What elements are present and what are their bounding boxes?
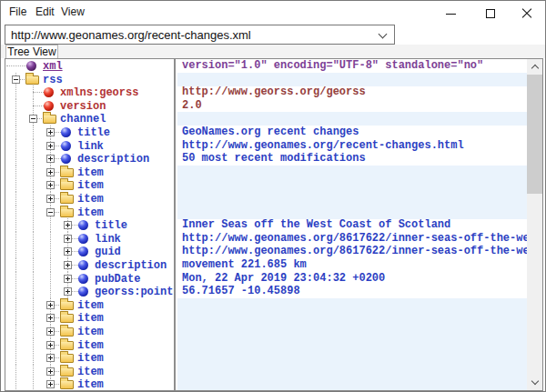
chevron-down-icon [531, 377, 538, 385]
expand-plus-box[interactable] [64, 221, 72, 229]
tree-guide-line [15, 298, 16, 312]
tree-node-item[interactable]: item [5, 325, 174, 338]
close-button[interactable] [512, 3, 541, 25]
tree-node-label: item [77, 299, 104, 312]
tree-guide-line [15, 139, 16, 153]
tree-node-label: guid [95, 246, 121, 258]
tree-guide-line [15, 192, 16, 206]
panel-splitter[interactable] [174, 59, 176, 390]
tree-guide-line [15, 285, 16, 298]
value-row: http://www.geonames.org/8617622/inner-se… [177, 232, 529, 246]
tree-guide-line [33, 365, 34, 378]
tree-node-item[interactable]: item [5, 166, 174, 179]
value-row-empty [177, 311, 529, 325]
tree-guide-line [15, 166, 16, 179]
expand-plus-box[interactable] [64, 247, 72, 256]
menu-view[interactable]: View [56, 1, 90, 23]
collapse-minus-box[interactable] [29, 115, 37, 123]
expand-plus-box[interactable] [46, 142, 55, 150]
vertical-scrollbar[interactable] [527, 59, 542, 390]
tab-strip: Tree View [1, 45, 545, 58]
folder-icon [43, 115, 56, 124]
tree-node-item[interactable]: item [5, 178, 174, 192]
expand-plus-box[interactable] [64, 287, 72, 296]
tree-node-label: title [77, 126, 110, 139]
tab-tree-view[interactable]: Tree View [5, 45, 58, 58]
tree-guide-line [33, 351, 34, 365]
tree-node-label: item [77, 326, 104, 338]
expand-plus-box[interactable] [46, 314, 55, 322]
tree-node-link[interactable]: link [5, 139, 174, 153]
tree-guide-line [33, 206, 34, 219]
expand-plus-box[interactable] [46, 168, 55, 176]
tree-guide-line [33, 377, 34, 390]
expand-plus-box[interactable] [46, 128, 55, 136]
tree-node-rss[interactable]: rss [5, 73, 174, 86]
expand-plus-box[interactable] [46, 155, 55, 163]
tree-node-xmlns:georss[interactable]: xmlns:georss [5, 85, 174, 99]
maximize-icon [486, 9, 495, 18]
expand-plus-box[interactable] [64, 275, 72, 283]
tree-node-label: item [77, 378, 104, 390]
tree-node-item[interactable]: item [5, 377, 174, 390]
tree-node-xml[interactable]: xml [5, 59, 174, 73]
expand-plus-box[interactable] [46, 195, 55, 203]
value-row: version="1.0" encoding="UTF-8" standalon… [177, 59, 529, 73]
value-row: GeoNames.org recent changes [177, 126, 529, 139]
tree-node-description[interactable]: description [5, 258, 174, 272]
tree-node-item[interactable]: item [5, 351, 174, 365]
tree-node-georss:point[interactable]: georss:point [5, 285, 174, 298]
tree-guide-line [33, 285, 34, 298]
minimize-button[interactable] [436, 3, 465, 25]
menu-file[interactable]: File [4, 1, 32, 23]
tree-guide-line [15, 112, 16, 126]
expand-plus-box[interactable] [64, 235, 72, 243]
tree-node-channel[interactable]: channel [5, 112, 174, 126]
collapse-minus-box[interactable] [46, 208, 55, 216]
maximize-button[interactable] [476, 3, 505, 25]
tree-node-label: link [77, 140, 104, 153]
scroll-down-button[interactable] [527, 375, 542, 390]
chevron-down-icon[interactable] [379, 30, 388, 39]
expand-plus-box[interactable] [46, 380, 55, 388]
expand-plus-box[interactable] [46, 301, 55, 309]
expand-plus-box[interactable] [64, 261, 72, 269]
expand-plus-box[interactable] [46, 181, 55, 189]
tree-node-link[interactable]: link [5, 232, 174, 246]
tree-node-description[interactable]: description [5, 152, 174, 166]
collapse-minus-box[interactable] [12, 75, 20, 84]
url-input[interactable] [5, 25, 373, 44]
tree-node-item[interactable]: item [5, 298, 174, 312]
attribute-icon [44, 87, 54, 97]
tree-guide-line [33, 311, 34, 325]
element-icon [61, 127, 71, 137]
tree-node-title[interactable]: title [5, 218, 174, 232]
tree-node-pubDate[interactable]: pubDate [5, 272, 174, 286]
expand-plus-box[interactable] [46, 354, 55, 362]
scrollbar-thumb[interactable] [527, 75, 542, 194]
tree-node-guid[interactable]: guid [5, 245, 174, 258]
expand-plus-box[interactable] [46, 367, 55, 376]
tree-node-title[interactable]: title [5, 126, 174, 139]
value-row: http://www.geonames.org/8617622/inner-se… [177, 245, 529, 258]
tree-guide-line [15, 377, 16, 390]
address-combobox[interactable] [5, 25, 395, 45]
value-row-empty [177, 166, 529, 179]
expand-plus-box[interactable] [46, 341, 55, 349]
close-icon [521, 8, 532, 19]
scroll-up-button[interactable] [527, 59, 542, 75]
expand-plus-box[interactable] [46, 327, 55, 336]
tree-node-item[interactable]: item [5, 365, 174, 378]
tree-node-item[interactable]: item [5, 206, 174, 219]
tree-node-label: item [77, 312, 104, 325]
element-icon [78, 220, 88, 230]
tree-node-version[interactable]: version [5, 99, 174, 113]
tree-node-item[interactable]: item [5, 192, 174, 206]
tree-node-item[interactable]: item [5, 338, 174, 352]
main-content: xmlrssxmlns:georssversionchanneltitlelin… [5, 58, 543, 391]
tree-node-label: pubDate [95, 273, 140, 286]
tree-guide-line [15, 365, 16, 378]
tree-node-item[interactable]: item [5, 311, 174, 325]
tree-node-label: item [77, 352, 104, 365]
folder-icon [60, 301, 74, 310]
